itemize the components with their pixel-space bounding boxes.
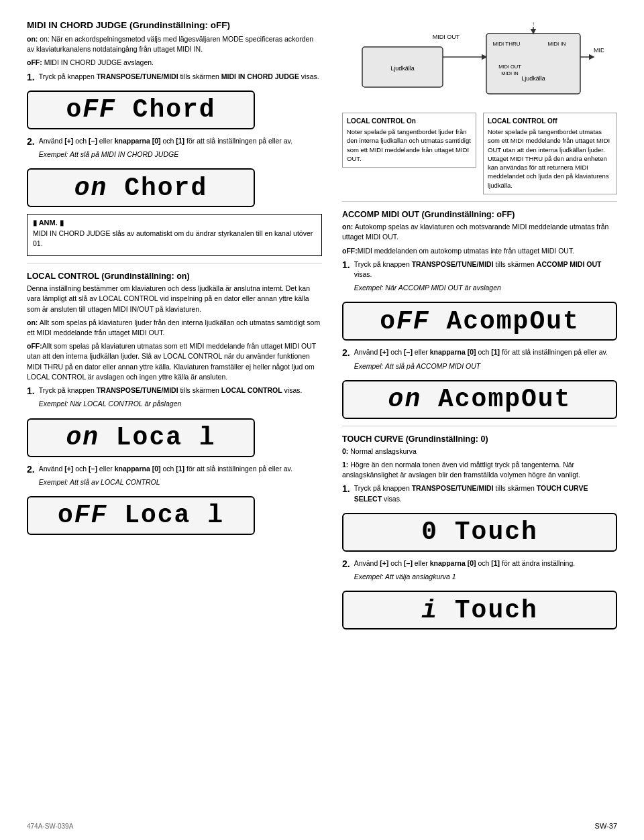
section2-step1-num: 1. — [27, 385, 35, 396]
local-control-off-text: Noter spelade på tangentbordet utmatas s… — [488, 127, 612, 190]
section4-one-desc: 1: Högre än den normala tonen även vid m… — [342, 460, 617, 480]
left-column: MIDI IN CHORD JUDGE (Grundinställning: o… — [27, 20, 322, 636]
section2-on-desc: on: Allt som spelas på klaviaturen ljude… — [27, 318, 322, 338]
anm-text: MIDI IN CHORD JUDGE slås av automatiskt … — [33, 229, 316, 249]
section3-step1-content: Tryck på knappen TRANSPOSE/TUNE/MIDI til… — [354, 259, 617, 297]
section1-title: MIDI IN CHORD JUDGE (Grundinställning: o… — [27, 20, 322, 30]
section2-step1-content: Tryck på knappen TRANSPOSE/TUNE/MIDI til… — [39, 385, 303, 412]
section1-step1-row: 1. Tryck på knappen TRANSPOSE/TUNE/MIDI … — [27, 72, 322, 85]
svg-text:MIDI OUT: MIDI OUT — [594, 47, 604, 54]
section2-step1-text: Tryck på knappen TRANSPOSE/TUNE/MIDI til… — [39, 385, 303, 396]
section3-step1-text: Tryck på knappen TRANSPOSE/TUNE/MIDI til… — [354, 259, 617, 280]
section1-step2-num: 2. — [27, 136, 35, 147]
display-0-touch-text: 0 Touch — [421, 518, 538, 546]
display-off-local-text: oFF Loca l — [58, 501, 224, 530]
svg-text:↑: ↑ — [532, 21, 535, 27]
section4-title: TOUCH CURVE (Grundinställning: 0) — [342, 434, 617, 444]
section3-on-desc: on: Autokomp spelas av klaviaturen och m… — [342, 222, 617, 242]
section3-title: ACCOMP MIDI OUT (Grundinställning: oFF) — [342, 210, 617, 219]
section1-step2-example: Exempel: Att slå på MIDI IN CHORD JUDGE — [39, 149, 292, 160]
on-label: on: — [27, 35, 38, 43]
section2-step1-example: Exempel: När LOCAL CONTROL är påslagen — [39, 399, 303, 409]
section4-step2-text: Använd [+] och [–] eller knapparna [0] o… — [354, 558, 576, 568]
section4-step2-content: Använd [+] och [–] eller knapparna [0] o… — [354, 558, 576, 585]
local-control-off-box: LOCAL CONTROL Off Noter spelade på tange… — [483, 113, 617, 194]
section4-step2-example: Exempel: Att välja anslagkurva 1 — [354, 572, 576, 582]
anm-marker: ▮ ANM. ▮ — [33, 219, 64, 227]
section3-step2-example: Exempel: Att slå på ACCOMP MIDI OUT — [354, 361, 608, 371]
section2-step2-text: Använd [+] och [–] eller knapparna [0] o… — [39, 464, 292, 474]
section1-step2-content: Använd [+] och [–] eller knapparna [0] o… — [39, 136, 292, 163]
section3-step2-content: Använd [+] och [–] eller knapparna [0] o… — [354, 347, 608, 374]
page-number: SW-37 — [595, 822, 617, 830]
section1-on-desc: on: on: När en ackordspelningsmetod välj… — [27, 34, 322, 54]
section2-off-desc: oFF:Allt som spelas på klaviaturen utmat… — [27, 341, 322, 382]
section4-step1-num: 1. — [342, 483, 350, 494]
section3-off-desc: oFF:MIDI meddelanden om autokomp utmatas… — [342, 246, 617, 256]
section1-off-desc: oFF: MIDI IN CHORD JUDGE avslagen. — [27, 58, 322, 68]
section2-step2-row: 2. Använd [+] och [–] eller knapparna [0… — [27, 464, 322, 491]
svg-text:MIDI THRU: MIDI THRU — [492, 41, 520, 47]
off-label: oFF: — [27, 58, 42, 66]
svg-text:MIDI OUT: MIDI OUT — [433, 34, 460, 40]
display-0-touch: 0 Touch — [342, 513, 617, 552]
display-off-acompout-text: oFF AcompOut — [380, 307, 580, 336]
local-control-on-text: Noter spelade på tangentbordet ljuder fr… — [347, 127, 472, 163]
local-control-on-title: LOCAL CONTROL On — [347, 117, 472, 125]
display-on-local: on Loca l — [27, 418, 255, 457]
midi-diagram: Ljudkälla MIDI OUT MIDI THRU MIDI IN MID… — [342, 20, 617, 107]
midi-svg: Ljudkälla MIDI OUT MIDI THRU MIDI IN MID… — [356, 20, 604, 107]
section3-step2-text: Använd [+] och [–] eller knapparna [0] o… — [354, 347, 608, 357]
section4-zero-desc: 0: Normal anslagskurva — [342, 446, 617, 457]
display-off-local: oFF Loca l — [27, 496, 255, 535]
section3-step2-num: 2. — [342, 347, 350, 358]
display-on-acompout: on AcompOut — [342, 380, 617, 419]
section2-step2-num: 2. — [27, 464, 35, 475]
section1-step2-text: Använd [+] och [–] eller knapparna [0] o… — [39, 136, 292, 146]
display-1-touch-text: i Touch — [421, 596, 538, 625]
section1-step1-num: 1. — [27, 72, 35, 82]
svg-text:MIDI IN: MIDI IN — [547, 41, 566, 47]
section3-step1-num: 1. — [342, 259, 350, 270]
display-off-chord-text: oFF Chord — [66, 95, 215, 124]
display-off-chord: oFF Chord — [27, 91, 255, 129]
display-on-chord-text: on Chord — [74, 174, 207, 202]
local-control-descriptions: LOCAL CONTROL On Noter spelade på tangen… — [342, 113, 617, 194]
local-control-off-title: LOCAL CONTROL Off — [488, 117, 612, 125]
section3-step1-example: Exempel: När ACCOMP MIDI OUT är avslagen — [354, 283, 617, 293]
display-on-acompout-text: on AcompOut — [388, 385, 572, 414]
section1-step2-row: 2. Använd [+] och [–] eller knapparna [0… — [27, 136, 322, 163]
display-on-local-text: on Loca l — [66, 423, 215, 452]
anm-box: ▮ ANM. ▮ MIDI IN CHORD JUDGE slås av aut… — [27, 214, 322, 256]
svg-text:MIDI IN: MIDI IN — [501, 70, 518, 76]
footer-code: 474A-SW-039A — [27, 823, 73, 830]
display-on-chord: on Chord — [27, 168, 255, 207]
section2-step1-row: 1. Tryck på knappen TRANSPOSE/TUNE/MIDI … — [27, 385, 322, 412]
section1-step1-text: Tryck på knappen TRANSPOSE/TUNE/MIDI til… — [39, 72, 319, 82]
section4-step1-text: Tryck på knappen TRANSPOSE/TUNE/MIDI til… — [354, 483, 617, 503]
svg-text:Ljudkälla: Ljudkälla — [521, 75, 545, 82]
section2-intro: Denna inställning bestämmer om klaviatur… — [27, 284, 322, 314]
section2-step2-example: Exempel: Att slå av LOCAL CONTROL — [39, 477, 292, 487]
display-off-acompout: oFF AcompOut — [342, 302, 617, 341]
display-1-touch: i Touch — [342, 591, 617, 629]
section4-step1-row: 1. Tryck på knappen TRANSPOSE/TUNE/MIDI … — [342, 483, 617, 507]
page: MIDI IN CHORD JUDGE (Grundinställning: o… — [0, 0, 644, 840]
svg-text:Ljudkälla: Ljudkälla — [390, 65, 415, 72]
section3-step2-row: 2. Använd [+] och [–] eller knapparna [0… — [342, 347, 617, 374]
section4-step2-num: 2. — [342, 558, 350, 569]
right-column: Ljudkälla MIDI OUT MIDI THRU MIDI IN MID… — [342, 20, 617, 636]
section4-step2-row: 2. Använd [+] och [–] eller knapparna [0… — [342, 558, 617, 585]
section2-title: LOCAL CONTROL (Grundinställning: on) — [27, 272, 322, 281]
local-control-on-box: LOCAL CONTROL On Noter spelade på tangen… — [342, 113, 476, 168]
section2-step2-content: Använd [+] och [–] eller knapparna [0] o… — [39, 464, 292, 491]
section3-step1-row: 1. Tryck på knappen TRANSPOSE/TUNE/MIDI … — [342, 259, 617, 297]
svg-text:MIDI OUT: MIDI OUT — [498, 64, 521, 70]
